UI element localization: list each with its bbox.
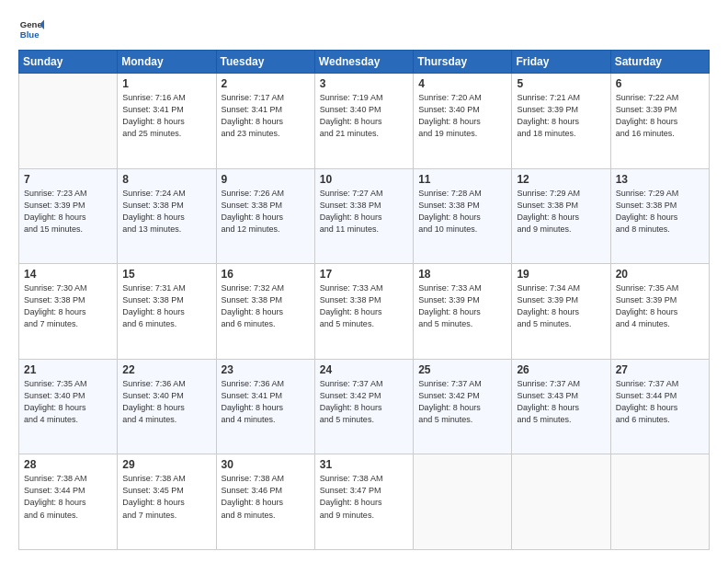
calendar-day-cell: 15Sunrise: 7:31 AMSunset: 3:38 PMDayligh…	[118, 264, 216, 360]
calendar-week-row: 21Sunrise: 7:35 AMSunset: 3:40 PMDayligh…	[19, 359, 710, 454]
day-info: Sunrise: 7:38 AMSunset: 3:46 PMDaylight:…	[222, 473, 310, 521]
day-number: 18	[418, 268, 506, 281]
day-info: Sunrise: 7:17 AMSunset: 3:41 PMDaylight:…	[222, 92, 310, 140]
svg-text:Blue: Blue	[20, 29, 40, 40]
day-info: Sunrise: 7:32 AMSunset: 3:38 PMDaylight:…	[222, 282, 310, 330]
day-number: 8	[122, 173, 210, 186]
day-number: 13	[616, 173, 704, 186]
day-info: Sunrise: 7:38 AMSunset: 3:45 PMDaylight:…	[122, 473, 210, 521]
day-number: 5	[517, 77, 605, 90]
calendar-day-cell	[512, 454, 610, 550]
calendar-week-row: 28Sunrise: 7:38 AMSunset: 3:44 PMDayligh…	[19, 454, 710, 550]
day-info: Sunrise: 7:35 AMSunset: 3:40 PMDaylight:…	[24, 378, 112, 426]
calendar-day-cell: 29Sunrise: 7:38 AMSunset: 3:45 PMDayligh…	[118, 454, 216, 550]
day-number: 6	[616, 77, 704, 90]
day-info: Sunrise: 7:38 AMSunset: 3:47 PMDaylight:…	[320, 473, 408, 521]
day-number: 11	[418, 173, 506, 186]
day-number: 26	[517, 363, 605, 376]
day-number: 23	[222, 363, 310, 376]
day-info: Sunrise: 7:22 AMSunset: 3:39 PMDaylight:…	[616, 92, 704, 140]
calendar-day-cell: 10Sunrise: 7:27 AMSunset: 3:38 PMDayligh…	[314, 168, 413, 264]
calendar-day-cell	[610, 454, 709, 550]
calendar-day-cell: 28Sunrise: 7:38 AMSunset: 3:44 PMDayligh…	[19, 454, 118, 550]
day-number: 14	[24, 268, 112, 281]
calendar-day-cell: 21Sunrise: 7:35 AMSunset: 3:40 PMDayligh…	[19, 359, 118, 454]
day-info: Sunrise: 7:23 AMSunset: 3:39 PMDaylight:…	[24, 188, 112, 236]
logo: General Blue	[18, 17, 44, 42]
day-info: Sunrise: 7:36 AMSunset: 3:40 PMDaylight:…	[122, 378, 210, 426]
day-info: Sunrise: 7:33 AMSunset: 3:39 PMDaylight:…	[418, 282, 506, 330]
day-info: Sunrise: 7:38 AMSunset: 3:44 PMDaylight:…	[24, 473, 112, 521]
day-info: Sunrise: 7:35 AMSunset: 3:39 PMDaylight:…	[616, 282, 704, 330]
weekday-header-cell: Saturday	[610, 51, 709, 74]
calendar-day-cell: 26Sunrise: 7:37 AMSunset: 3:43 PMDayligh…	[512, 359, 610, 454]
calendar-day-cell: 7Sunrise: 7:23 AMSunset: 3:39 PMDaylight…	[19, 168, 118, 264]
calendar-day-cell: 24Sunrise: 7:37 AMSunset: 3:42 PMDayligh…	[314, 359, 413, 454]
calendar-day-cell: 22Sunrise: 7:36 AMSunset: 3:40 PMDayligh…	[118, 359, 216, 454]
day-number: 1	[122, 77, 210, 90]
calendar-body: 1Sunrise: 7:16 AMSunset: 3:41 PMDaylight…	[19, 74, 710, 550]
day-info: Sunrise: 7:21 AMSunset: 3:39 PMDaylight:…	[517, 92, 605, 140]
day-number: 7	[24, 173, 112, 186]
page: General Blue SundayMondayTuesdayWednesda…	[0, 0, 728, 563]
calendar-day-cell: 31Sunrise: 7:38 AMSunset: 3:47 PMDayligh…	[314, 454, 413, 550]
header: General Blue	[18, 17, 710, 42]
calendar-day-cell: 20Sunrise: 7:35 AMSunset: 3:39 PMDayligh…	[610, 264, 709, 360]
day-number: 22	[122, 363, 210, 376]
weekday-header-row: SundayMondayTuesdayWednesdayThursdayFrid…	[19, 51, 710, 74]
calendar-day-cell	[414, 454, 512, 550]
calendar-day-cell: 23Sunrise: 7:36 AMSunset: 3:41 PMDayligh…	[216, 359, 314, 454]
day-number: 4	[418, 77, 506, 90]
day-info: Sunrise: 7:16 AMSunset: 3:41 PMDaylight:…	[122, 92, 210, 140]
day-info: Sunrise: 7:19 AMSunset: 3:40 PMDaylight:…	[320, 92, 408, 140]
calendar-day-cell: 17Sunrise: 7:33 AMSunset: 3:38 PMDayligh…	[314, 264, 413, 360]
calendar-day-cell: 1Sunrise: 7:16 AMSunset: 3:41 PMDaylight…	[118, 74, 216, 169]
weekday-header-cell: Wednesday	[314, 51, 413, 74]
calendar-day-cell: 12Sunrise: 7:29 AMSunset: 3:38 PMDayligh…	[512, 168, 610, 264]
logo-icon: General Blue	[18, 17, 44, 42]
day-number: 16	[222, 268, 310, 281]
calendar-day-cell: 11Sunrise: 7:28 AMSunset: 3:38 PMDayligh…	[414, 168, 512, 264]
calendar-day-cell: 8Sunrise: 7:24 AMSunset: 3:38 PMDaylight…	[118, 168, 216, 264]
calendar-day-cell: 19Sunrise: 7:34 AMSunset: 3:39 PMDayligh…	[512, 264, 610, 360]
calendar-day-cell	[19, 74, 118, 169]
day-info: Sunrise: 7:37 AMSunset: 3:42 PMDaylight:…	[320, 378, 408, 426]
svg-text:General: General	[20, 19, 44, 29]
calendar-day-cell: 14Sunrise: 7:30 AMSunset: 3:38 PMDayligh…	[19, 264, 118, 360]
day-info: Sunrise: 7:26 AMSunset: 3:38 PMDaylight:…	[222, 188, 310, 236]
day-number: 12	[517, 173, 605, 186]
calendar-day-cell: 4Sunrise: 7:20 AMSunset: 3:40 PMDaylight…	[414, 74, 512, 169]
calendar-day-cell: 2Sunrise: 7:17 AMSunset: 3:41 PMDaylight…	[216, 74, 314, 169]
day-number: 29	[122, 458, 210, 471]
day-info: Sunrise: 7:37 AMSunset: 3:44 PMDaylight:…	[616, 378, 704, 426]
day-number: 3	[320, 77, 408, 90]
day-info: Sunrise: 7:30 AMSunset: 3:38 PMDaylight:…	[24, 282, 112, 330]
day-number: 30	[222, 458, 310, 471]
weekday-header-cell: Tuesday	[216, 51, 314, 74]
day-info: Sunrise: 7:36 AMSunset: 3:41 PMDaylight:…	[222, 378, 310, 426]
calendar-day-cell: 25Sunrise: 7:37 AMSunset: 3:42 PMDayligh…	[414, 359, 512, 454]
day-info: Sunrise: 7:28 AMSunset: 3:38 PMDaylight:…	[418, 188, 506, 236]
calendar-week-row: 7Sunrise: 7:23 AMSunset: 3:39 PMDaylight…	[19, 168, 710, 264]
day-number: 19	[517, 268, 605, 281]
calendar-day-cell: 5Sunrise: 7:21 AMSunset: 3:39 PMDaylight…	[512, 74, 610, 169]
weekday-header-cell: Sunday	[19, 51, 118, 74]
day-info: Sunrise: 7:37 AMSunset: 3:43 PMDaylight:…	[517, 378, 605, 426]
day-number: 20	[616, 268, 704, 281]
calendar-table: SundayMondayTuesdayWednesdayThursdayFrid…	[18, 50, 710, 550]
day-info: Sunrise: 7:20 AMSunset: 3:40 PMDaylight:…	[418, 92, 506, 140]
weekday-header-cell: Monday	[118, 51, 216, 74]
day-number: 17	[320, 268, 408, 281]
day-number: 10	[320, 173, 408, 186]
day-number: 28	[24, 458, 112, 471]
weekday-header-cell: Friday	[512, 51, 610, 74]
calendar-day-cell: 16Sunrise: 7:32 AMSunset: 3:38 PMDayligh…	[216, 264, 314, 360]
day-info: Sunrise: 7:27 AMSunset: 3:38 PMDaylight:…	[320, 188, 408, 236]
day-number: 27	[616, 363, 704, 376]
day-info: Sunrise: 7:31 AMSunset: 3:38 PMDaylight:…	[122, 282, 210, 330]
day-info: Sunrise: 7:29 AMSunset: 3:38 PMDaylight:…	[616, 188, 704, 236]
day-info: Sunrise: 7:24 AMSunset: 3:38 PMDaylight:…	[122, 188, 210, 236]
calendar-week-row: 1Sunrise: 7:16 AMSunset: 3:41 PMDaylight…	[19, 74, 710, 169]
day-info: Sunrise: 7:34 AMSunset: 3:39 PMDaylight:…	[517, 282, 605, 330]
day-info: Sunrise: 7:37 AMSunset: 3:42 PMDaylight:…	[418, 378, 506, 426]
